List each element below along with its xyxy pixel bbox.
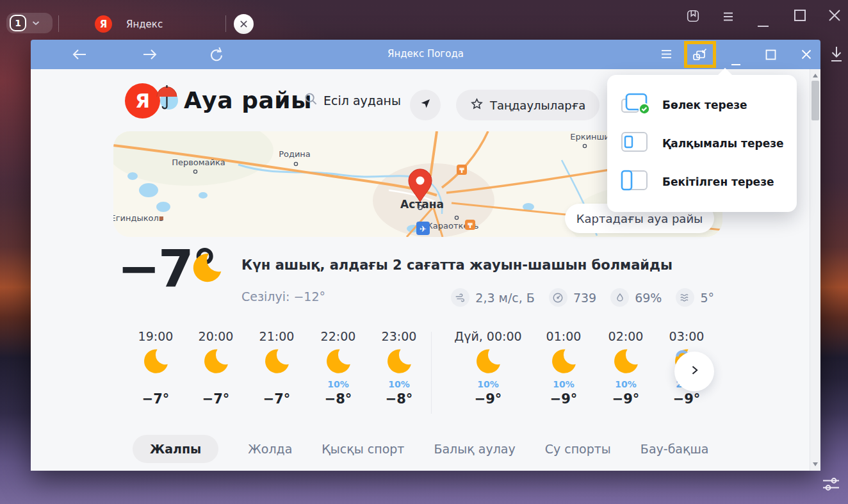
svg-text:₸: ₸	[459, 167, 464, 175]
tab-garden[interactable]: Бау-бақша	[640, 442, 709, 456]
umbrella-icon	[153, 83, 180, 114]
menu-item-label: Бекітілген терезе	[662, 175, 774, 188]
scroll-up-arrow[interactable]	[813, 74, 818, 77]
hamburger-menu-icon[interactable]	[722, 12, 734, 24]
waves-icon	[676, 288, 694, 307]
maximize-browser-icon[interactable]	[794, 9, 806, 24]
humidity-value: 69%	[635, 291, 662, 305]
menu-item-label: Қалқымалы терезе	[662, 137, 784, 150]
hour-column[interactable]: 01:00 10% −9°	[533, 329, 594, 407]
pressure-gauge-icon	[549, 288, 567, 307]
hour-column[interactable]: 20:00 −7°	[185, 329, 247, 407]
wind-icon	[451, 288, 469, 307]
moon-icon	[533, 346, 594, 379]
geolocation-button[interactable]	[410, 90, 441, 120]
chevron-down-icon[interactable]	[32, 19, 40, 28]
map-label: Егиндыколь	[113, 213, 164, 223]
humidity-metric[interactable]: 69%	[610, 288, 662, 307]
floating-window-icon	[620, 131, 649, 156]
pressure-metric[interactable]: 739	[549, 288, 596, 307]
moon-icon	[125, 346, 186, 379]
hour-column[interactable]: 21:00 −7°	[246, 329, 307, 407]
map-label: Родина	[279, 149, 311, 159]
divider	[58, 15, 59, 32]
favorites-button[interactable]: Таңдаулыларға	[456, 90, 599, 120]
tab-water-sport[interactable]: Су спорты	[545, 442, 611, 456]
search-value: Есіл ауданы	[323, 93, 401, 108]
menu-item-separate-window[interactable]: Бөлек терезе	[620, 86, 797, 124]
browser-chrome: 1 Я Яндекс	[0, 0, 848, 40]
tune-sliders-icon[interactable]	[821, 475, 842, 496]
window-titlebar[interactable]: Яндекс Погода	[31, 40, 820, 69]
favorites-label: Таңдаулыларға	[490, 99, 585, 112]
sidebar-panel-icon[interactable]	[686, 9, 700, 26]
separate-window-icon	[620, 92, 649, 118]
wind-metric[interactable]: 2,3 м/с, Б	[451, 288, 535, 307]
wind-value: 2,3 м/с, Б	[475, 291, 535, 305]
map-label: Еркинши	[570, 132, 610, 142]
page-title: Ауа райы	[184, 87, 312, 113]
map-weather-label: Картадағы ауа райы	[576, 212, 703, 225]
moon-icon	[185, 346, 247, 379]
scrollbar-thumb[interactable]	[811, 81, 819, 120]
window-mode-icon[interactable]	[692, 47, 708, 64]
droplet-icon	[610, 288, 629, 307]
close-tab-button[interactable]	[234, 14, 254, 34]
moon-icon	[307, 346, 369, 379]
hour-column[interactable]: Дүй, 00:00 10% −9°	[453, 329, 523, 407]
close-browser-icon[interactable]	[828, 9, 841, 24]
hour-column[interactable]: 22:00 10% −8°	[307, 329, 369, 407]
tab-zhalpy[interactable]: Жалпы	[133, 435, 218, 463]
navigation-arrow-icon	[419, 97, 432, 113]
window-mode-menu: Бөлек терезе Қалқымалы терезе Бекітілген…	[607, 75, 797, 212]
pinned-window-icon	[620, 169, 649, 195]
tab-fishing[interactable]: Балық аулау	[434, 442, 515, 456]
divider	[431, 332, 432, 414]
minimize-browser-icon[interactable]	[757, 18, 769, 30]
scroll-down-arrow[interactable]	[813, 462, 818, 466]
hour-column[interactable]: 23:00 10% −8°	[368, 329, 430, 407]
chevron-right-icon	[688, 364, 701, 379]
weather-app-window: Яндекс Погода Я	[31, 40, 820, 471]
condition-text: Күн ашық, алдағы 2 сағатта жауын-шашын б…	[241, 257, 673, 273]
tab-counter[interactable]: 1	[6, 13, 53, 33]
menu-item-label: Бөлек терезе	[662, 99, 747, 111]
moon-icon	[190, 251, 224, 287]
tab-count: 1	[10, 15, 26, 31]
moon-icon	[246, 346, 307, 379]
hour-column[interactable]: 19:00 −7°	[125, 329, 186, 407]
scrollbar[interactable]	[810, 69, 820, 471]
moon-icon	[453, 346, 523, 379]
moon-icon	[368, 346, 430, 379]
feels-like: Сезілуі: −12°	[241, 289, 325, 304]
pressure-value: 739	[573, 291, 596, 305]
tab-zholda[interactable]: Жолда	[248, 442, 292, 456]
hour-column[interactable]: 02:00 10% −9°	[595, 329, 656, 407]
maximize-window-icon[interactable]	[765, 49, 776, 63]
map-label: Первомайка	[172, 158, 225, 167]
star-icon	[470, 97, 484, 113]
divider	[225, 15, 226, 32]
window-menu-icon[interactable]	[661, 49, 672, 61]
water-temp-metric[interactable]: 5°	[676, 288, 714, 307]
minimize-window-icon[interactable]	[731, 56, 741, 69]
search-icon	[304, 92, 318, 108]
next-hours-button[interactable]	[674, 352, 714, 391]
svg-text:✈: ✈	[420, 224, 427, 234]
download-icon[interactable]	[829, 45, 844, 66]
water-temp-value: 5°	[700, 291, 714, 305]
dropdown-pointer	[717, 68, 733, 76]
yandex-favicon: Я	[95, 15, 112, 33]
weather-metrics: 2,3 м/с, Б 739 69%	[451, 288, 714, 307]
menu-item-floating-window[interactable]: Қалқымалы терезе	[620, 124, 797, 163]
menu-item-pinned-window[interactable]: Бекітілген терезе	[620, 163, 797, 201]
tab-title[interactable]: Яндекс	[126, 19, 163, 30]
close-window-icon[interactable]	[801, 49, 811, 62]
tab-winter-sport[interactable]: Қысқы спорт	[322, 442, 404, 456]
svg-text:₸: ₸	[468, 222, 473, 230]
moon-icon	[595, 346, 656, 379]
category-tabs: Жалпы Жолда Қысқы спорт Балық аулау Су с…	[133, 434, 709, 464]
search-input[interactable]: Есіл ауданы	[304, 92, 401, 108]
